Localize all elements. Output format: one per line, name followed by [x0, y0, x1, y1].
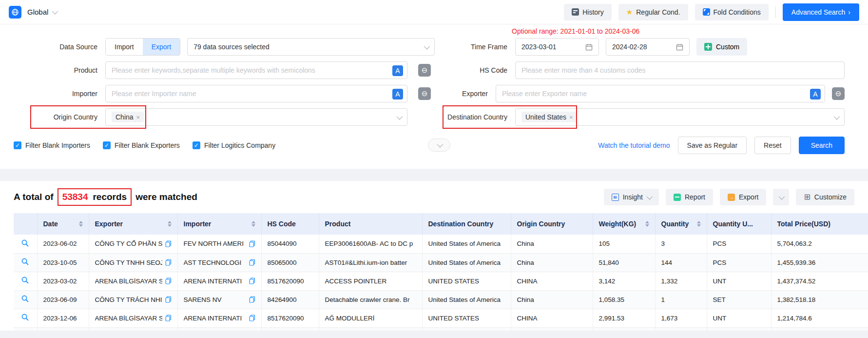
row-detail-search-icon[interactable] — [21, 295, 29, 303]
cell-destination-country: United States of America — [422, 290, 511, 309]
row-detail-search-icon[interactable] — [21, 258, 29, 266]
save-as-regular-button[interactable]: Save as Regular — [678, 137, 747, 154]
report-icon — [674, 194, 681, 201]
column-header: Destination Country — [422, 213, 511, 235]
fold-icon — [703, 8, 710, 16]
column-header[interactable]: Exporter — [89, 213, 177, 235]
collapse-conditions-button[interactable] — [428, 139, 450, 152]
start-date-input[interactable]: 2023-03-01 — [515, 38, 599, 56]
cell-exporter: CÔNG TY CỔ PHẦN SẢ — [89, 235, 177, 253]
cell-quantity-unit: PCS — [707, 235, 771, 253]
customize-button[interactable]: ⊞ Customize — [796, 189, 854, 205]
column-header: Product — [319, 213, 422, 235]
column-header[interactable]: Weight(KG) — [593, 213, 655, 235]
copy-icon[interactable] — [165, 259, 172, 266]
sort-icon[interactable] — [697, 221, 701, 227]
cell-weight: 51,840 — [593, 253, 655, 272]
cell-destination-country: UNITED STATES — [422, 309, 511, 327]
insight-button[interactable]: BI Insight — [604, 189, 659, 205]
export-toggle[interactable]: Export — [143, 39, 180, 55]
cell-date: 2023-03-02 — [37, 272, 89, 290]
copy-icon[interactable] — [165, 240, 172, 247]
export-options-button[interactable] — [773, 189, 789, 205]
fold-conditions-button[interactable]: Fold Conditions — [695, 4, 769, 20]
product-label: Product — [0, 66, 105, 74]
exclude-icon: ⊖ — [835, 89, 842, 98]
column-header: Origin Country — [511, 213, 593, 235]
customize-icon: ⊞ — [804, 193, 810, 201]
regular-cond-button[interactable]: ★ Regular Cond. — [618, 4, 688, 20]
column-header[interactable]: Date — [37, 213, 89, 235]
tutorial-link[interactable]: Watch the tutorial demo — [598, 141, 670, 149]
cell-weight: 3,142 — [593, 272, 655, 290]
records-annotation-box: 53834 records — [58, 188, 132, 206]
cell-total-price: 1,214,784.6 — [771, 309, 868, 327]
copy-icon[interactable] — [249, 315, 255, 321]
time-frame-label: Time Frame — [435, 43, 515, 51]
divider — [775, 6, 776, 18]
cell-hs-code: 84264900 — [261, 290, 319, 309]
data-source-toggle: Import Export — [105, 38, 180, 56]
reset-button[interactable]: Reset — [754, 137, 791, 154]
sort-icon[interactable] — [251, 221, 255, 227]
cell-importer: AST TECHNOLOGI — [177, 253, 261, 272]
column-header[interactable]: Quantity — [655, 213, 707, 235]
exclude-exporter-button[interactable]: ⊖ — [832, 87, 845, 100]
remove-tag-icon[interactable]: × — [136, 114, 140, 121]
advanced-search-button[interactable]: Advanced Search › — [783, 3, 859, 21]
copy-icon[interactable] — [249, 278, 255, 284]
exclude-keyword-button[interactable]: ⊖ — [418, 64, 431, 77]
sort-icon[interactable] — [168, 221, 172, 227]
copy-icon[interactable] — [249, 296, 255, 303]
destination-country-select[interactable]: United States × — [515, 108, 845, 126]
end-date-input[interactable]: 2024-02-28 — [606, 38, 690, 56]
translate-icon[interactable]: A — [810, 89, 821, 99]
cell-quantity-unit: UNT — [707, 327, 771, 331]
cell-date: 2023-06-09 — [37, 290, 89, 309]
search-button[interactable]: Search — [799, 137, 845, 154]
region-chevron-down-icon[interactable] — [52, 8, 58, 15]
exporter-input[interactable]: Please enter Exporter name A — [496, 85, 825, 102]
product-input[interactable]: Please enter keywords,separate multiple … — [105, 61, 407, 79]
filter-checkbox[interactable]: ✓Filter Blank Exporters — [103, 141, 180, 149]
region-selector-label[interactable]: Global — [27, 8, 48, 16]
import-toggle[interactable]: Import — [106, 39, 143, 55]
copy-icon[interactable] — [165, 315, 172, 321]
star-icon: ★ — [626, 8, 633, 17]
copy-icon[interactable] — [165, 278, 172, 284]
copy-icon[interactable] — [249, 240, 255, 247]
custom-range-button[interactable]: Custom — [696, 38, 747, 56]
cell-quantity: 144 — [655, 253, 707, 272]
row-detail-search-icon[interactable] — [21, 313, 29, 321]
sort-icon[interactable] — [79, 221, 83, 227]
copy-icon[interactable] — [165, 296, 172, 303]
remove-tag-icon[interactable]: × — [569, 114, 573, 121]
translate-icon[interactable]: A — [392, 65, 403, 76]
cell-hs-code: 8517620090 — [261, 272, 319, 290]
column-header[interactable]: Importer — [177, 213, 261, 235]
filter-checkbox[interactable]: ✓Filter Blank Importers — [14, 141, 90, 149]
filter-checkbox[interactable]: ✓Filter Logitics Company — [193, 141, 275, 149]
results-title: A total of 53834 records were matched — [14, 191, 197, 203]
cell-origin-country: China — [511, 235, 593, 253]
export-button[interactable]: → Export — [720, 189, 766, 205]
row-detail-search-icon[interactable] — [21, 239, 29, 247]
translate-icon[interactable]: A — [392, 89, 403, 99]
row-detail-search-icon[interactable] — [21, 276, 29, 284]
copy-icon[interactable] — [249, 259, 255, 266]
cell-date: 2023-12-29 — [37, 327, 89, 331]
cell-exporter: ARENA BİLGİSAYAR S — [89, 309, 177, 327]
importer-input[interactable]: Please enter Importer name A — [105, 85, 407, 102]
column-header: Total Price(USD) — [771, 213, 868, 235]
sort-icon[interactable] — [645, 221, 649, 227]
origin-country-select[interactable]: China × — [105, 108, 407, 126]
hs-code-input[interactable]: Please enter more than 4 customs codes — [515, 61, 845, 79]
exclude-importer-button[interactable]: ⊖ — [418, 87, 431, 100]
cell-total-price: 1,382,518.18 — [771, 290, 868, 309]
cell-weight: 2,991.53 — [593, 309, 655, 327]
report-button[interactable]: Report — [666, 189, 713, 205]
data-source-select[interactable]: 79 data sources selected — [187, 38, 435, 56]
history-button[interactable]: History — [564, 4, 612, 20]
section-gap — [0, 169, 868, 181]
checkbox-check-icon: ✓ — [103, 141, 111, 149]
